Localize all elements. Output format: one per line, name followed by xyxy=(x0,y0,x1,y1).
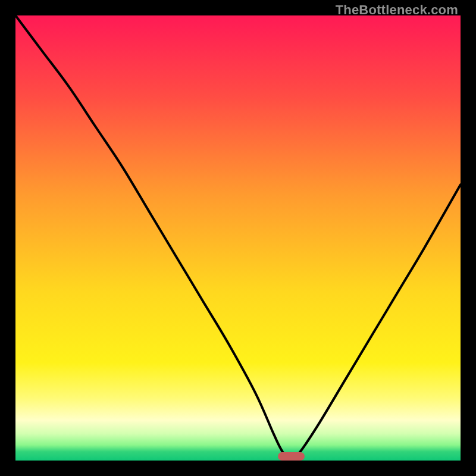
watermark-text: TheBottleneck.com xyxy=(336,2,458,18)
optimal-range-marker xyxy=(278,452,305,461)
plot-area xyxy=(15,15,461,461)
bottleneck-curve xyxy=(15,15,461,461)
chart-frame: TheBottleneck.com xyxy=(0,0,476,476)
